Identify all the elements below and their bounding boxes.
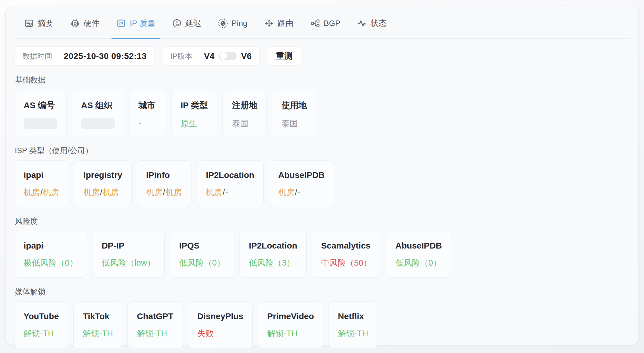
section-title-risk: 风险度 (15, 216, 630, 226)
media-card-netflix: Netflix 解锁-TH (329, 301, 377, 348)
tab-ping[interactable]: Ping (218, 18, 247, 28)
card-title: AbuseIPDB (395, 241, 442, 251)
ip-version-toggle[interactable] (219, 52, 237, 60)
separator: / (100, 188, 103, 197)
toolbar: 数据时间 2025-10-30 09:52:13 IP版本 V4 V6 重测 (14, 46, 630, 66)
section-title-isp: ISP 类型（使用/公司） (15, 145, 630, 156)
isp-use-value: 机房 (83, 188, 100, 197)
section-title-basic: 基础数据 (15, 75, 630, 85)
media-card-tiktok: TikTok 解锁-TH (73, 301, 122, 348)
data-time-label: 数据时间 (22, 51, 52, 61)
tab-summary[interactable]: 摘要 (24, 18, 53, 29)
media-card-primevideo: PrimeVideo 解锁-TH (258, 301, 323, 348)
card-value: 机房/机房 (83, 187, 122, 198)
toggle-knob (220, 52, 227, 60)
media-card-youtube: YouTube 解锁-TH (14, 301, 68, 348)
card-value: 解锁-TH (267, 328, 314, 339)
tab-hardware[interactable]: 硬件 (70, 18, 100, 29)
tab-status[interactable]: 状态 (357, 18, 387, 29)
card-value: 低风险（0） (395, 257, 442, 269)
separator: / (222, 188, 225, 197)
ip-quality-panel: 摘要 硬件 IP IP 质量 24 延迟 (5, 6, 639, 345)
tab-label: 状态 (371, 18, 387, 29)
route-arrows-icon (264, 18, 274, 28)
card-title: 城市 (139, 100, 157, 111)
data-time-pill: 数据时间 2025-10-30 09:52:13 (14, 46, 155, 66)
card-value: 失败 (197, 328, 243, 339)
tab-label: 硬件 (84, 18, 100, 29)
isp-company-value: - (298, 188, 300, 197)
ip-v6-label: V6 (241, 51, 252, 61)
card-value: 泰国 (232, 118, 257, 130)
divider (198, 52, 198, 60)
isp-company-value: 机房 (43, 188, 59, 197)
ip-v4-label: V4 (204, 51, 214, 61)
card-title: Netflix (338, 311, 368, 321)
card-title: Ipregistry (83, 170, 122, 180)
risk-card-abuseipdb: AbuseIPDB 低风险（0） (386, 231, 451, 278)
status-pulse-icon (357, 18, 367, 28)
card-value: 机房/机房 (24, 187, 59, 198)
basic-card-as-org: AS 组织 (72, 90, 124, 136)
card-value: 机房/- (206, 187, 254, 198)
basic-cards-row: AS 编号 AS 组织 城市 - IP 类型 原生 注册地 泰国 使用地 泰国 (14, 90, 630, 136)
card-title: Scamalytics (321, 241, 371, 251)
separator: / (40, 188, 43, 197)
risk-card-ipapi: ipapi 极低风险（0） (14, 231, 87, 278)
card-title: AbuseIPDB (278, 170, 325, 180)
risk-cards-row: ipapi 极低风险（0） DP-IP 低风险（low） IPQS 低风险（0）… (14, 231, 630, 278)
card-title: TikTok (83, 311, 113, 321)
ip-quality-icon: IP (116, 18, 126, 28)
separator: / (163, 188, 166, 197)
risk-card-ip2location: IP2Location 低风险（3） (240, 231, 307, 278)
section-title-media: 媒体解锁 (15, 287, 630, 297)
card-title: IP2Location (249, 241, 297, 251)
card-title: AS 组织 (81, 100, 115, 111)
media-cards-row: YouTube 解锁-TH TikTok 解锁-TH ChatGPT 解锁-TH… (14, 301, 630, 348)
risk-card-ipqs: IPQS 低风险（0） (170, 231, 234, 278)
isp-card-ipapi: ipapi 机房/机房 (14, 160, 69, 207)
svg-text:24: 24 (176, 23, 179, 27)
card-title: DP-IP (102, 241, 155, 251)
risk-card-dpip: DP-IP 低风险（low） (92, 231, 165, 278)
card-value: 中风险（50） (321, 257, 371, 269)
card-title: ipapi (24, 241, 78, 251)
card-value: 低风险（3） (249, 257, 297, 269)
ping-globe-icon (218, 18, 228, 28)
tab-bgp[interactable]: BGP (310, 18, 340, 28)
tab-route[interactable]: 路由 (264, 18, 294, 29)
media-card-chatgpt: ChatGPT 解锁-TH (127, 301, 183, 348)
tab-bar: 摘要 硬件 IP IP 质量 24 延迟 (14, 6, 630, 39)
card-value: 解锁-TH (338, 328, 368, 339)
card-value: 解锁-TH (83, 328, 113, 339)
media-card-disneyplus: DisneyPlus 失败 (188, 301, 253, 348)
ip-version-label: IP版本 (170, 51, 192, 61)
basic-card-as-number: AS 编号 (14, 90, 67, 136)
tab-ip-quality[interactable]: IP IP 质量 (116, 18, 155, 29)
card-value: 泰国 (281, 118, 307, 130)
card-title: IPinfo (146, 170, 182, 180)
isp-cards-row: ipapi 机房/机房 Ipregistry 机房/机房 IPinfo 机房/机… (14, 160, 630, 207)
card-title: IP2Location (206, 170, 254, 180)
isp-company-value: 机房 (103, 188, 119, 197)
card-title: 使用地 (281, 100, 307, 111)
basic-card-city: 城市 - (129, 90, 166, 136)
isp-company-value: - (225, 188, 228, 197)
latency-clock-icon: 24 (172, 18, 182, 28)
card-value: - (139, 118, 157, 128)
tab-label: Ping (232, 19, 247, 28)
card-title: DisneyPlus (197, 311, 243, 321)
separator: / (295, 188, 298, 197)
tab-label: 延迟 (185, 18, 201, 29)
retest-button[interactable]: 重测 (267, 46, 301, 66)
tab-latency[interactable]: 24 延迟 (172, 18, 201, 29)
tab-label: 路由 (278, 18, 294, 29)
divider (58, 52, 58, 60)
risk-card-scamalytics: Scamalytics 中风险（50） (312, 231, 381, 278)
data-time-value: 2025-10-30 09:52:13 (64, 51, 146, 61)
card-title: ChatGPT (137, 311, 173, 321)
card-value: 原生 (181, 118, 208, 130)
summary-icon (24, 18, 34, 28)
basic-card-registered-location: 注册地 泰国 (222, 90, 267, 136)
card-title: ipapi (24, 170, 59, 180)
